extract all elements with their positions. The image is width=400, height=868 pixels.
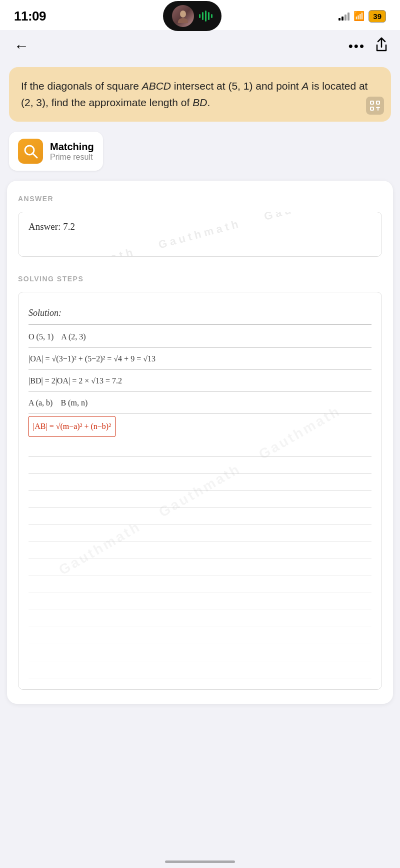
answer-watermark: Gauthmath Gauthmath Gauthmath bbox=[18, 212, 382, 256]
home-indicator bbox=[165, 860, 235, 863]
matching-icon bbox=[18, 139, 43, 164]
sound-waves-icon bbox=[199, 11, 212, 22]
status-time: 11:09 bbox=[14, 9, 46, 24]
status-bar: 11:09 📶 39 bbox=[0, 0, 400, 30]
math-line-5: |AB| = √(m−a)² + (n−b)² bbox=[28, 416, 372, 437]
question-text: If the diagonals of square ABCD intersec… bbox=[21, 78, 379, 111]
svg-point-1 bbox=[178, 18, 188, 23]
scan-button[interactable] bbox=[366, 97, 384, 115]
answer-text: Answer: 7.2 bbox=[28, 221, 372, 232]
avatar bbox=[172, 5, 194, 27]
blank-line bbox=[28, 661, 372, 678]
blank-line bbox=[28, 457, 372, 474]
more-options-button[interactable]: ••• bbox=[348, 39, 365, 54]
steps-box: Solution: O (5, 1) A (2, 3) |OA| = √(3−1… bbox=[18, 292, 382, 690]
matching-text-block: Matching Prime result bbox=[50, 141, 94, 162]
blank-line bbox=[28, 627, 372, 644]
svg-rect-4 bbox=[370, 107, 374, 110]
solving-steps-label: SOLVING STEPS bbox=[18, 275, 382, 283]
answer-box: Answer: 7.2 Gauthmath Gauthmath Gauthmat… bbox=[18, 212, 382, 257]
blank-line bbox=[28, 610, 372, 627]
math-line-2: |OA| = √(3−1)² + (5−2)² = √4 + 9 = √13 bbox=[28, 348, 372, 370]
blank-line bbox=[28, 559, 372, 576]
nav-actions: ••• bbox=[348, 37, 388, 55]
result-card: ANSWER Answer: 7.2 Gauthmath Gauthmath G… bbox=[7, 181, 393, 704]
blank-line bbox=[28, 440, 372, 457]
matching-badge: Matching Prime result bbox=[9, 132, 103, 171]
blank-line bbox=[28, 525, 372, 542]
svg-point-0 bbox=[180, 11, 186, 18]
blank-line bbox=[28, 644, 372, 661]
blank-line bbox=[28, 474, 372, 491]
blank-line bbox=[28, 491, 372, 508]
blank-line bbox=[28, 593, 372, 610]
wifi-icon: 📶 bbox=[354, 11, 364, 22]
svg-rect-3 bbox=[376, 101, 380, 104]
question-card: If the diagonals of square ABCD intersec… bbox=[9, 67, 391, 122]
matching-title: Matching bbox=[50, 141, 94, 153]
math-line-4: A (a, b) B (m, n) bbox=[28, 392, 372, 414]
share-button[interactable] bbox=[375, 37, 388, 55]
signal-icon bbox=[338, 12, 350, 21]
matching-subtitle: Prime result bbox=[50, 153, 94, 162]
status-right: 📶 39 bbox=[338, 10, 386, 23]
solution-label: Solution: bbox=[28, 303, 372, 325]
status-pill bbox=[163, 1, 222, 31]
svg-rect-2 bbox=[370, 101, 374, 104]
svg-line-6 bbox=[32, 153, 37, 158]
nav-bar: ← ••• bbox=[0, 30, 400, 62]
math-line-3: |BD| = 2|OA| = 2 × √13 = 7.2 bbox=[28, 370, 372, 392]
back-button[interactable]: ← bbox=[12, 36, 31, 57]
steps-content: Solution: O (5, 1) A (2, 3) |OA| = √(3−1… bbox=[28, 303, 372, 678]
math-line-1: O (5, 1) A (2, 3) bbox=[28, 326, 372, 348]
battery-badge: 39 bbox=[368, 10, 386, 23]
answer-section-label: ANSWER bbox=[18, 195, 382, 203]
blank-line bbox=[28, 576, 372, 593]
blank-line bbox=[28, 542, 372, 559]
blank-line bbox=[28, 508, 372, 525]
status-center bbox=[163, 1, 222, 31]
